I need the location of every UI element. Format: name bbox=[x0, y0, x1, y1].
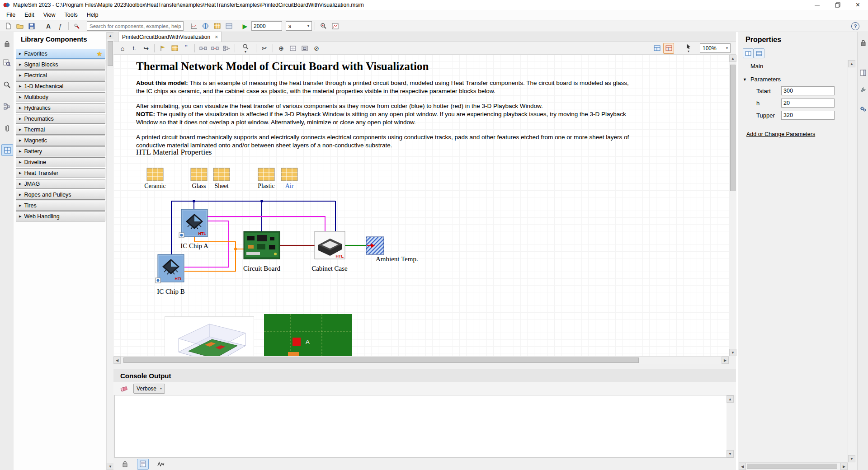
wire-thermal[interactable] bbox=[208, 216, 325, 231]
tupper-input[interactable] bbox=[781, 111, 835, 120]
zoom-level-dropdown[interactable]: 100% ▾ bbox=[700, 43, 731, 53]
model-home-button[interactable]: ⌂ bbox=[117, 43, 128, 54]
canvas-v-scrollbar[interactable]: ▲ ▼ bbox=[729, 55, 736, 356]
menu-tools[interactable]: Tools bbox=[60, 10, 82, 19]
probe-search-button[interactable] bbox=[318, 21, 329, 32]
cut-button[interactable]: ✂ bbox=[259, 43, 270, 54]
3d-workspace-button[interactable] bbox=[200, 21, 211, 32]
menu-edit[interactable]: Edit bbox=[20, 10, 39, 19]
tab-close-icon[interactable]: × bbox=[215, 34, 218, 40]
sidebar-item-thermal[interactable]: ▶ Thermal bbox=[16, 125, 105, 135]
sidebar-item-heat-transfer[interactable]: ▶ Heat Transfer bbox=[16, 168, 105, 178]
properties-v-scrollbar[interactable]: ▲ ▼ bbox=[848, 60, 855, 462]
attach-probe-button[interactable] bbox=[71, 21, 82, 32]
help-button[interactable]: ? bbox=[850, 21, 861, 32]
sidebar-item-ropes-and-pulleys[interactable]: ▶ Ropes and Pulleys bbox=[16, 190, 105, 200]
scroll-down-arrow[interactable]: ▼ bbox=[726, 450, 734, 457]
run-simulation-button[interactable]: ▶ bbox=[240, 21, 250, 32]
scroll-up-arrow[interactable]: ▲ bbox=[726, 395, 734, 403]
component-cabinet-case[interactable]: HTL bbox=[315, 231, 345, 259]
properties-view-toggle-2[interactable] bbox=[754, 48, 764, 58]
scroll-left-arrow[interactable]: ◀ bbox=[739, 463, 746, 470]
grid-settings-button[interactable] bbox=[288, 43, 298, 54]
disable-button[interactable]: ⊘ bbox=[311, 43, 322, 54]
sidebar-item-magnetic[interactable]: ▶ Magnetic bbox=[16, 136, 105, 146]
library-search-button[interactable] bbox=[1, 57, 12, 68]
properties-view-toggle-1[interactable] bbox=[743, 48, 754, 58]
component-circuit-board[interactable] bbox=[244, 231, 280, 259]
sidebar-item-electrical[interactable]: ▶ Electrical bbox=[16, 70, 105, 80]
tstart-input[interactable] bbox=[781, 86, 835, 95]
open-file-button[interactable] bbox=[14, 21, 25, 32]
sidebar-item-pneumatics[interactable]: ▶ Pneumatics bbox=[16, 114, 105, 124]
zoom-in-button[interactable]: ⊕ bbox=[276, 43, 287, 54]
canvas-h-scrollbar[interactable]: ◀ ▶ bbox=[113, 356, 729, 364]
scrollbar-thumb[interactable] bbox=[108, 41, 113, 66]
new-file-button[interactable] bbox=[3, 21, 14, 32]
console-output-area[interactable]: ▲ ▼ bbox=[114, 395, 734, 458]
parameter-manager-button[interactable] bbox=[212, 21, 222, 32]
sidebar-item-multibody[interactable]: ▶ Multibody bbox=[16, 92, 105, 102]
pointer-mode-dropdown[interactable]: ▾ bbox=[680, 43, 697, 54]
probe-flag-button[interactable] bbox=[157, 43, 168, 54]
scroll-right-arrow[interactable]: ▶ bbox=[722, 357, 729, 364]
connection-join-button[interactable] bbox=[221, 43, 232, 54]
tab-printedcircuitboard[interactable]: PrintedCircuitBoardWithVisualization × bbox=[118, 32, 222, 42]
templates-button[interactable] bbox=[223, 21, 234, 32]
attachments-button[interactable] bbox=[1, 122, 12, 133]
component-ambient-temp[interactable] bbox=[366, 237, 384, 254]
scroll-up-arrow[interactable]: ▲ bbox=[848, 60, 855, 67]
time-unit-dropdown[interactable]: s ▾ bbox=[286, 21, 312, 31]
panel-lock-button[interactable] bbox=[858, 38, 868, 48]
console-plot-view-button[interactable] bbox=[155, 459, 167, 470]
minimize-button[interactable] bbox=[807, 0, 827, 10]
console-scrollbar[interactable]: ▲ ▼ bbox=[726, 395, 734, 457]
sidebar-item-driveline[interactable]: ▶ Driveline bbox=[16, 157, 105, 167]
fit-window-button[interactable] bbox=[299, 43, 310, 54]
clear-console-button[interactable] bbox=[119, 383, 130, 394]
add-change-parameters-link[interactable]: Add or Change Parameters bbox=[746, 131, 815, 137]
properties-dock-button[interactable] bbox=[858, 67, 868, 78]
component-ic-chip-a[interactable]: HTL bbox=[179, 209, 208, 238]
sidebar-item-signal-blocks[interactable]: ▶ Signal Blocks bbox=[16, 60, 105, 70]
console-text-view-button[interactable] bbox=[137, 459, 149, 470]
close-button[interactable]: × bbox=[848, 0, 868, 10]
scroll-down-arrow[interactable]: ▼ bbox=[107, 463, 114, 470]
save-button[interactable] bbox=[26, 21, 37, 32]
library-scrollbar[interactable]: ▲ ▼ bbox=[106, 32, 114, 470]
component-ic-chip-b[interactable]: HTL bbox=[156, 254, 184, 283]
sidebar-item-jmag[interactable]: ▶ JMAG bbox=[16, 179, 105, 189]
text-tool-button[interactable]: A bbox=[43, 21, 54, 32]
scroll-left-arrow[interactable]: ◀ bbox=[113, 357, 121, 364]
properties-h-scrollbar[interactable]: ◀ ▶ bbox=[739, 462, 848, 470]
parameters-group-header[interactable]: ▼ Parameters bbox=[743, 76, 781, 83]
parameter-block-button[interactable] bbox=[169, 43, 180, 54]
search-input[interactable] bbox=[87, 21, 184, 31]
verbosity-dropdown[interactable]: Verbose ▾ bbox=[133, 384, 165, 394]
multibody-settings-button[interactable] bbox=[1, 144, 13, 156]
sidebar-item-web-handling[interactable]: ▶ Web Handling bbox=[16, 212, 105, 221]
redo-layout-button[interactable]: ↪ bbox=[141, 43, 151, 54]
connection-split-button[interactable] bbox=[198, 43, 208, 54]
units-tool-button[interactable]: ƒ bbox=[55, 21, 66, 32]
scrollbar-thumb[interactable] bbox=[123, 357, 639, 363]
settings-dock-button[interactable] bbox=[858, 103, 868, 114]
console-lock-button[interactable] bbox=[119, 459, 131, 470]
scroll-right-arrow[interactable]: ▶ bbox=[840, 463, 848, 470]
menu-file[interactable]: File bbox=[2, 10, 20, 19]
sidebar-item-tires[interactable]: ▶ Tires bbox=[16, 201, 105, 211]
snapshot-button[interactable] bbox=[330, 21, 340, 32]
h-input[interactable] bbox=[781, 99, 835, 108]
scroll-down-arrow[interactable]: ▼ bbox=[848, 455, 855, 462]
comment-button[interactable]: ” bbox=[181, 43, 192, 54]
probe-pane-toggle[interactable] bbox=[663, 43, 674, 54]
sidebar-item-1d-mechanical[interactable]: ▶ 1-D Mechanical bbox=[16, 81, 105, 91]
model-tree-button[interactable] bbox=[1, 101, 12, 112]
scrollbar-thumb[interactable] bbox=[747, 464, 837, 469]
scroll-up-arrow[interactable]: ▲ bbox=[729, 55, 736, 62]
tools-dock-button[interactable] bbox=[858, 85, 868, 95]
sidebar-item-battery[interactable]: ▶ Battery bbox=[16, 146, 105, 156]
sidebar-item-hydraulics[interactable]: ▶ Hydraulics bbox=[16, 103, 105, 113]
model-canvas[interactable]: Thermal Network Model of Circuit Board w… bbox=[113, 55, 729, 356]
scroll-down-arrow[interactable]: ▼ bbox=[729, 349, 736, 356]
